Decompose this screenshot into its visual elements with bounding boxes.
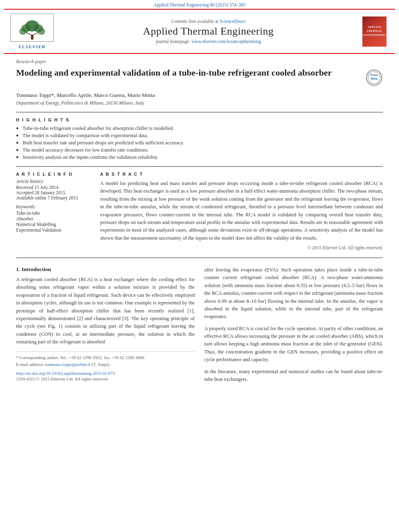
divider-after-affiliation (16, 112, 383, 113)
keyword-2: Absorber (16, 216, 90, 221)
divider-after-highlights (16, 166, 383, 167)
footnote-section: * Corresponding author. Tel.: +39 02 239… (16, 351, 195, 381)
main-right-col: after leaving the evaporator (EVA). Such… (204, 266, 383, 387)
keyword-3: Numerical Modelling (16, 222, 90, 227)
article-type-label: Research paper (16, 59, 383, 65)
article-title-row: Modeling and experimental validation of … (16, 67, 383, 86)
svg-text:Cross: Cross (370, 74, 378, 76)
highlight-item: Sensitivity analysis on the inputs confi… (16, 154, 383, 160)
affiliation-line: Department of Energy, Politecnico di Mil… (16, 100, 383, 106)
highlights-title: H I G H L I G H T S (16, 117, 383, 122)
homepage-url[interactable]: www.elsevier.com/locate/apthermeng (191, 39, 261, 44)
svg-point-3 (19, 28, 27, 35)
journal-reference-text: Applied Thermal Engineering 80 (2015) 37… (154, 2, 246, 7)
doi-link[interactable]: http://dx.doi.org/10.1016/j.applthermale… (16, 371, 115, 376)
abstract-col: A B S T R A C T A model for predicting h… (100, 172, 383, 250)
intro-para-4: In the literature, many experimental and… (204, 368, 383, 384)
elsevier-tree-icon (16, 20, 48, 40)
article-history: Article history: Received 15 July 2014 A… (16, 179, 90, 200)
authors-line: Tommaso Toppi*, Marcello Aprile, Marco G… (16, 92, 383, 99)
content-area: Research paper Modeling and experimental… (0, 59, 399, 395)
keyword-1: Tube-in-tube (16, 211, 90, 216)
svg-point-4 (38, 28, 45, 35)
intro-para-2: after leaving the evaporator (EVA). Such… (204, 266, 383, 321)
svg-line-7 (32, 33, 38, 35)
highlight-item: The model accuracy decreases for low tra… (16, 147, 383, 153)
article-title: Modeling and experimental validation of … (16, 67, 365, 79)
abstract-text: A model for predicting heat and mass tra… (100, 180, 383, 242)
divider-after-abstract (16, 257, 383, 258)
main-body-content: 1. Introduction A refrigerant cooled abs… (16, 266, 383, 395)
highlights-section: H I G H L I G H T S Tube-in-tube refrige… (16, 117, 383, 160)
elsevier-logo-box (10, 14, 54, 42)
highlight-item: Tube-in-tube refrigerant cooled absorber… (16, 125, 383, 131)
journal-title: Applied Thermal Engineering (143, 25, 274, 37)
intro-para-1: A refrigerant cooled absorber (RCA) is a… (16, 276, 195, 346)
copyright-line: © 2015 Elsevier Ltd. All rights reserved… (100, 245, 383, 250)
journal-reference-bar: Applied Thermal Engineering 80 (2015) 37… (0, 0, 399, 9)
main-left-col: 1. Introduction A refrigerant cooled abs… (16, 266, 195, 387)
elsevier-logo-area: ELSEVIER (8, 14, 56, 49)
highlight-item: The model is validated by comparison wit… (16, 133, 383, 139)
ate-logo-text: APPLIEDTHERMALENGINEERING (363, 25, 386, 37)
corresponding-footnote: * Corresponding author. Tel.: +39 02 239… (16, 354, 195, 361)
article-info-title: A R T I C L E I N F O (16, 172, 90, 177)
keywords-label: Keywords: (16, 204, 90, 209)
ate-logo-area: APPLIEDTHERMALENGINEERING (360, 14, 389, 49)
sciencedirect-line: Contents lists available at ScienceDirec… (171, 19, 245, 24)
accepted-date: Accepted 28 January 2015 (16, 190, 90, 195)
journal-homepage-line: journal homepage: www.elsevier.com/locat… (156, 39, 261, 44)
email-footnote: E-mail address: tommaso.toppi@polimi.it … (16, 361, 195, 368)
available-date: Available online 7 February 2015 (16, 195, 90, 200)
article-info-abstract-row: A R T I C L E I N F O Article history: R… (16, 172, 383, 250)
received-date: Received 15 July 2014 (16, 185, 90, 190)
email-link[interactable]: tommaso.toppi@polimi.it (45, 362, 90, 367)
keyword-4: Experimental Validation (16, 228, 90, 232)
crossmark-icon: Cross Mark (367, 71, 381, 84)
crossmark-badge[interactable]: Cross Mark (365, 69, 383, 86)
abstract-title: A B S T R A C T (100, 172, 383, 177)
highlight-item: Both heat transfer rate and pressure dro… (16, 140, 383, 146)
issn-line: 1359-4311/© 2015 Elsevier Ltd. All right… (16, 376, 195, 381)
elsevier-label: ELSEVIER (19, 44, 46, 49)
journal-header: ELSEVIER Contents lists available at Sci… (4, 9, 395, 54)
ate-logo-box: APPLIEDTHERMALENGINEERING (362, 16, 387, 47)
crossmark-circle: Cross Mark (366, 70, 382, 86)
highlights-list: Tube-in-tube refrigerant cooled absorber… (16, 125, 383, 160)
svg-line-6 (26, 33, 32, 35)
intro-para-3: A properly sized RCA is crucial for the … (204, 325, 383, 364)
article-info-col: A R T I C L E I N F O Article history: R… (16, 172, 90, 250)
sciencedirect-link[interactable]: ScienceDirect (220, 19, 246, 24)
intro-heading: 1. Introduction (16, 266, 195, 273)
history-label: Article history: (16, 179, 90, 184)
keywords-section: Keywords: Tube-in-tube Absorber Numerica… (16, 204, 90, 232)
svg-text:Mark: Mark (371, 77, 377, 80)
svg-rect-5 (31, 35, 33, 39)
journal-header-center: Contents lists available at ScienceDirec… (56, 14, 360, 49)
